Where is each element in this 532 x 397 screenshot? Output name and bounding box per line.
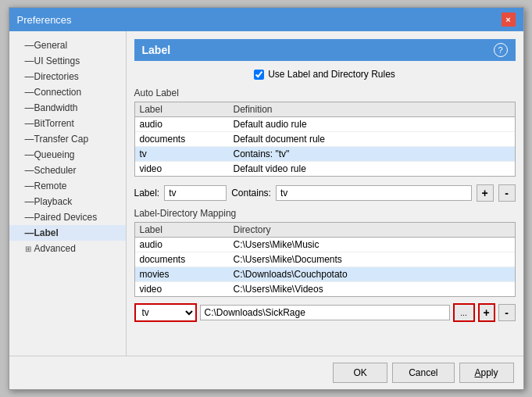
table-row[interactable]: documents C:\Users\Mike\Documents xyxy=(135,252,515,267)
label-dir-table: Label Directory audio C:\Users\Mike\Musi… xyxy=(134,222,516,297)
use-label-row: Use Label and Directory Rules xyxy=(134,69,516,80)
sidebar-item-remote[interactable]: —Remote xyxy=(9,178,126,194)
use-label-checkbox[interactable] xyxy=(254,70,264,80)
auto-label-col-label: Label xyxy=(140,104,234,115)
use-label-text: Use Label and Directory Rules xyxy=(268,69,395,80)
label-input-row: Label: Contains: + - xyxy=(134,184,516,202)
apply-button[interactable]: Apply xyxy=(459,363,514,383)
dir-col-label: Label xyxy=(140,224,234,235)
dialog-body: —General—UI Settings—Directories—Connect… xyxy=(9,31,523,356)
cancel-button[interactable]: Cancel xyxy=(392,363,454,383)
tree-indicator: ⊞ xyxy=(25,245,34,253)
titlebar: Preferences × xyxy=(9,8,523,31)
table-row[interactable]: tv Contains: "tv" xyxy=(135,147,515,162)
dialog-title: Preferences xyxy=(17,14,72,26)
help-button[interactable]: ? xyxy=(494,43,508,57)
browse-button[interactable]: ... xyxy=(453,303,475,322)
auto-label-table: Label Definition audio Default audio rul… xyxy=(134,102,516,177)
remove-label-button[interactable]: - xyxy=(498,184,516,202)
auto-label-section: Auto Label Label Definition audio Defaul… xyxy=(134,88,516,177)
contains-prefix: Contains: xyxy=(231,188,271,198)
sidebar-item-transfer-cap[interactable]: —Transfer Cap xyxy=(9,131,126,147)
table-row[interactable]: documents Default document rule xyxy=(135,132,515,147)
main-content: Label ? Use Label and Directory Rules Au… xyxy=(127,31,523,356)
label-dir-header: Label Directory xyxy=(135,223,515,238)
sidebar-item-bittorrent[interactable]: —BitTorrent xyxy=(9,116,126,131)
label-dir-section: Label-Directory Mapping Label Directory … xyxy=(134,208,516,322)
sidebar-item-scheduler[interactable]: —Scheduler xyxy=(9,163,126,178)
sidebar-item-directories[interactable]: —Directories xyxy=(9,69,126,84)
sidebar-item-paired-devices[interactable]: —Paired Devices xyxy=(9,209,126,225)
sidebar-item-general[interactable]: —General xyxy=(9,38,126,53)
dialog-footer: OK Cancel Apply xyxy=(9,356,523,389)
label-field[interactable] xyxy=(164,185,227,201)
sidebar: —General—UI Settings—Directories—Connect… xyxy=(9,31,127,356)
table-row[interactable]: audio Default audio rule xyxy=(135,117,515,132)
auto-label-header: Label Definition xyxy=(135,102,515,117)
add-label-button[interactable]: + xyxy=(477,184,494,202)
table-row[interactable]: movies C:\Downloads\Couchpotato xyxy=(135,267,515,282)
dir-input-row: audio documents movies tv video ... + - xyxy=(134,303,516,322)
sidebar-item-connection[interactable]: —Connection xyxy=(9,84,126,100)
sidebar-item-ui-settings[interactable]: —UI Settings xyxy=(9,53,126,69)
dir-col-directory: Directory xyxy=(234,224,510,235)
table-row[interactable]: audio C:\Users\Mike\Music xyxy=(135,238,515,252)
table-row[interactable]: video Default video rule xyxy=(135,162,515,176)
auto-label-title: Auto Label xyxy=(134,88,516,98)
sidebar-item-label[interactable]: —Label xyxy=(9,225,126,241)
label-dir-title: Label-Directory Mapping xyxy=(134,208,516,219)
contains-field[interactable] xyxy=(276,185,472,201)
auto-label-col-def: Definition xyxy=(234,104,510,115)
table-row[interactable]: video C:\Users\Mike\Videos xyxy=(135,282,515,296)
close-button[interactable]: × xyxy=(502,13,516,27)
sidebar-item-playback[interactable]: —Playback xyxy=(9,194,126,209)
sidebar-item-bandwidth[interactable]: —Bandwidth xyxy=(9,100,126,116)
ok-button[interactable]: OK xyxy=(333,363,387,383)
sidebar-item-queueing[interactable]: —Queueing xyxy=(9,147,126,163)
dir-path-input[interactable] xyxy=(200,305,450,320)
section-header: Label ? xyxy=(134,39,516,61)
add-dir-button[interactable]: + xyxy=(478,303,495,322)
label-prefix: Label: xyxy=(134,188,160,198)
sidebar-item-advanced[interactable]: ⊞Advanced xyxy=(9,241,126,256)
remove-dir-button[interactable]: - xyxy=(498,304,516,321)
section-title: Label xyxy=(142,44,171,56)
preferences-dialog: Preferences × —General—UI Settings—Direc… xyxy=(9,7,524,390)
dir-select[interactable]: audio documents movies tv video xyxy=(134,303,197,322)
